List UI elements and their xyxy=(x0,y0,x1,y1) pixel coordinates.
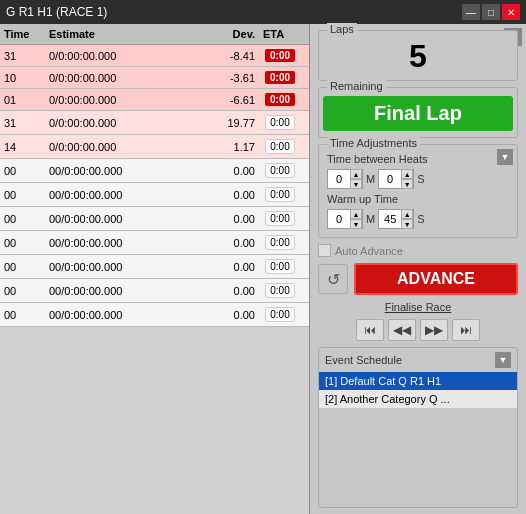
table-row: 00 00/0:00:00.000 0.00 0:00 xyxy=(0,159,309,183)
cell-eta: 0:00 xyxy=(259,67,309,88)
cell-time: 10 xyxy=(0,70,45,86)
col-estimate: Estimate xyxy=(45,26,199,42)
cell-eta: 0:00 xyxy=(259,231,309,254)
final-lap-button[interactable]: Final Lap xyxy=(323,96,513,131)
cell-estimate: 0/0:00:00.000 xyxy=(45,115,199,131)
cell-estimate: 0/0:00:00.000 xyxy=(45,48,199,64)
warm-up-val1-field[interactable] xyxy=(328,210,350,228)
cell-dev: 0.00 xyxy=(199,283,259,299)
cell-dev: 1.17 xyxy=(199,139,259,155)
table-row: 00 00/0:00:00.000 0.00 0:00 xyxy=(0,207,309,231)
cell-time: 31 xyxy=(0,48,45,64)
cell-dev: 0.00 xyxy=(199,235,259,251)
cell-dev: 0.00 xyxy=(199,187,259,203)
spin-down-3[interactable]: ▼ xyxy=(350,219,362,229)
table-row: 31 0/0:00:00.000 -8.41 0:00 xyxy=(0,45,309,67)
unit-s-2: S xyxy=(417,213,424,225)
warm-up-val2-spinners: ▲ ▼ xyxy=(401,209,413,229)
table-header: Time Estimate Dev. ETA xyxy=(0,24,309,45)
auto-advance-label: Auto Advance xyxy=(335,245,403,257)
table-row: 00 00/0:00:00.000 0.00 0:00 xyxy=(0,183,309,207)
spin-down-4[interactable]: ▼ xyxy=(401,219,413,229)
col-time: Time xyxy=(0,26,45,42)
cell-time: 01 xyxy=(0,92,45,108)
event-schedule-item[interactable]: [1] Default Cat Q R1 H1 xyxy=(319,372,517,390)
cell-estimate: 00/0:00:00.000 xyxy=(45,211,199,227)
event-schedule-item[interactable]: [2] Another Category Q ... xyxy=(319,390,517,408)
cell-estimate: 0/0:00:00.000 xyxy=(45,70,199,86)
table-body: 31 0/0:00:00.000 -8.41 0:00 10 0/0:00:00… xyxy=(0,45,309,327)
cell-estimate: 0/0:00:00.000 xyxy=(45,139,199,155)
table-row: 14 0/0:00:00.000 1.17 0:00 xyxy=(0,135,309,159)
table-row: 10 0/0:00:00.000 -3.61 0:00 xyxy=(0,67,309,89)
cell-eta: 0:00 xyxy=(259,45,309,66)
cell-time: 00 xyxy=(0,187,45,203)
cell-time: 00 xyxy=(0,259,45,275)
spin-up-4[interactable]: ▲ xyxy=(401,209,413,219)
cell-eta: 0:00 xyxy=(259,159,309,182)
spin-down-2[interactable]: ▼ xyxy=(401,179,413,189)
spin-down-1[interactable]: ▼ xyxy=(350,179,362,189)
event-schedule-dropdown-icon[interactable]: ▼ xyxy=(495,352,511,368)
cell-dev: 0.00 xyxy=(199,307,259,323)
cell-eta: 0:00 xyxy=(259,89,309,110)
time-between-heats-val2-input[interactable]: ▲ ▼ xyxy=(378,169,414,189)
advance-button[interactable]: ADVANCE xyxy=(354,263,518,295)
title-bar: G R1 H1 (RACE 1) — □ ✕ xyxy=(0,0,526,24)
close-button[interactable]: ✕ xyxy=(502,4,520,20)
cell-estimate: 00/0:00:00.000 xyxy=(45,259,199,275)
cell-eta: 0:00 xyxy=(259,303,309,326)
cell-eta: 0:00 xyxy=(259,183,309,206)
time-between-heats-val1-field[interactable] xyxy=(328,170,350,188)
nav-last-button[interactable]: ⏭ xyxy=(452,319,480,341)
adjustments-arrow[interactable]: ▼ xyxy=(497,149,513,165)
warm-up-val1-input[interactable]: ▲ ▼ xyxy=(327,209,363,229)
warm-up-val2-field[interactable] xyxy=(379,210,401,228)
finalise-row: Finalise Race xyxy=(318,301,518,313)
auto-advance-row: Auto Advance xyxy=(318,244,518,257)
cell-eta: 0:00 xyxy=(259,135,309,158)
cell-estimate: 00/0:00:00.000 xyxy=(45,187,199,203)
table-area: Time Estimate Dev. ETA 31 0/0:00:00.000 … xyxy=(0,24,310,514)
adjustments-group: Time Adjustments ▼ Time between Heats ▲ … xyxy=(318,144,518,238)
cell-estimate: 00/0:00:00.000 xyxy=(45,283,199,299)
finalise-race-link[interactable]: Finalise Race xyxy=(385,301,452,313)
laps-value: 5 xyxy=(327,39,509,74)
cell-estimate: 00/0:00:00.000 xyxy=(45,235,199,251)
nav-prev-button[interactable]: ◀◀ xyxy=(388,319,416,341)
laps-group: Laps 5 xyxy=(318,30,518,81)
remaining-group: Remaining Final Lap xyxy=(318,87,518,138)
main-content: Time Estimate Dev. ETA 31 0/0:00:00.000 … xyxy=(0,24,526,514)
time-between-heats-row: Time between Heats xyxy=(327,153,509,165)
maximize-button[interactable]: □ xyxy=(482,4,500,20)
undo-button[interactable]: ↺ xyxy=(318,264,348,294)
minimize-button[interactable]: — xyxy=(462,4,480,20)
title-controls: — □ ✕ xyxy=(462,4,520,20)
time-between-heats-val1-spinners: ▲ ▼ xyxy=(350,169,362,189)
nav-next-button[interactable]: ▶▶ xyxy=(420,319,448,341)
time-between-heats-inputs: ▲ ▼ M ▲ ▼ S xyxy=(327,169,509,189)
event-schedule-header: Event Schedule ▼ xyxy=(319,352,517,372)
advance-row: ↺ ADVANCE xyxy=(318,263,518,295)
cell-time: 00 xyxy=(0,211,45,227)
table-row: 31 0/0:00:00.000 19.77 0:00 xyxy=(0,111,309,135)
table-row: 00 00/0:00:00.000 0.00 0:00 xyxy=(0,279,309,303)
nav-first-button[interactable]: ⏮ xyxy=(356,319,384,341)
cell-time: 00 xyxy=(0,163,45,179)
cell-estimate: 00/0:00:00.000 xyxy=(45,163,199,179)
cell-eta: 0:00 xyxy=(259,255,309,278)
spin-up-2[interactable]: ▲ xyxy=(401,169,413,179)
cell-dev: 0.00 xyxy=(199,259,259,275)
cell-time: 00 xyxy=(0,235,45,251)
cell-estimate: 0/0:00:00.000 xyxy=(45,92,199,108)
warm-up-val2-input[interactable]: ▲ ▼ xyxy=(378,209,414,229)
spin-up-3[interactable]: ▲ xyxy=(350,209,362,219)
table-row: 00 00/0:00:00.000 0.00 0:00 xyxy=(0,303,309,327)
spin-up-1[interactable]: ▲ xyxy=(350,169,362,179)
auto-advance-checkbox[interactable] xyxy=(318,244,331,257)
time-between-heats-val1-input[interactable]: ▲ ▼ xyxy=(327,169,363,189)
cell-eta: 0:00 xyxy=(259,111,309,134)
laps-label: Laps xyxy=(327,23,357,35)
cell-dev: -6.61 xyxy=(199,92,259,108)
time-between-heats-val2-field[interactable] xyxy=(379,170,401,188)
